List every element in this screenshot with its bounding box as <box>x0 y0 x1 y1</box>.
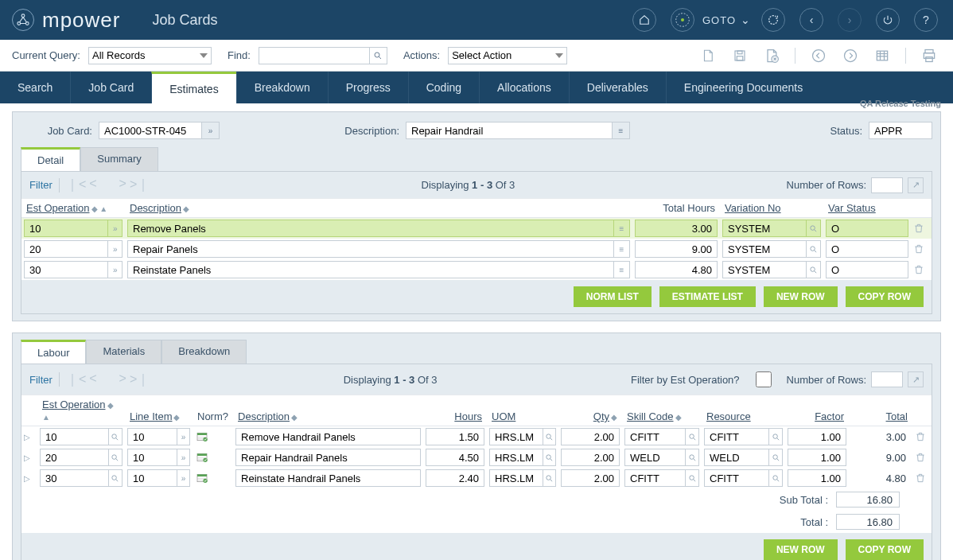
ops-varno-lookup-icon[interactable] <box>806 261 821 278</box>
tab-job-card[interactable]: Job Card <box>70 72 151 103</box>
labour-op-lookup-icon[interactable] <box>108 469 123 487</box>
labour-row-expand-icon[interactable]: ▷ <box>21 447 37 468</box>
ops-varno-lookup-icon[interactable] <box>806 220 821 237</box>
labour-factor-input[interactable] <box>788 449 846 466</box>
labour-row-delete-icon[interactable] <box>912 447 932 468</box>
ops-popout-icon[interactable]: ↗ <box>908 177 924 193</box>
record-next-icon[interactable] <box>840 45 861 66</box>
ops-op-lookup-icon[interactable]: » <box>107 220 123 237</box>
tab-estimates[interactable]: Estimates <box>151 72 235 103</box>
labour-row-expand-icon[interactable]: ▷ <box>21 468 37 488</box>
job-card-detail-icon[interactable]: » <box>202 122 220 139</box>
help-icon[interactable]: ? <box>914 8 938 32</box>
ops-desc-memo-icon[interactable]: ≡ <box>613 261 630 278</box>
labour-uom-lookup-icon[interactable] <box>543 449 556 466</box>
labour-hours-input[interactable] <box>426 469 484 487</box>
description-input[interactable] <box>406 122 613 139</box>
ops-op-input[interactable] <box>24 220 107 237</box>
ops-row-delete-icon[interactable] <box>911 259 932 280</box>
labour-qty-input[interactable] <box>561 469 620 487</box>
find-search-icon[interactable] <box>370 47 387 64</box>
new-row-button[interactable]: NEW ROW <box>764 286 838 307</box>
labour-line-lookup-icon[interactable]: » <box>177 469 190 487</box>
labour-line-lookup-icon[interactable]: » <box>177 449 190 466</box>
print-icon[interactable] <box>919 45 939 66</box>
labour-desc-input[interactable] <box>235 449 421 466</box>
labour-prev-icon[interactable]: < <box>89 371 96 388</box>
labour-row-delete-icon[interactable] <box>912 426 932 448</box>
labour-op-input[interactable] <box>40 469 108 487</box>
ops-filter-link[interactable]: Filter <box>29 179 53 191</box>
ops-varstatus-input[interactable] <box>826 220 908 237</box>
labour-filter-by-op-checkbox[interactable] <box>748 371 780 387</box>
ops-prev-icon[interactable]: < <box>89 177 96 193</box>
refresh-icon[interactable] <box>761 8 785 32</box>
nav-back-icon[interactable]: ‹ <box>799 8 823 32</box>
ops-tab-detail[interactable]: Detail <box>21 147 80 171</box>
labour-line-lookup-icon[interactable]: » <box>177 428 190 445</box>
ops-varstatus-input[interactable] <box>826 261 908 278</box>
ops-op-input[interactable] <box>24 261 107 278</box>
actions-select[interactable]: Select Action <box>448 47 567 64</box>
nav-forward-icon[interactable]: › <box>838 8 862 32</box>
tab-coding[interactable]: Coding <box>408 72 479 103</box>
ops-hours-input[interactable] <box>635 261 718 278</box>
ops-desc-input[interactable] <box>127 261 613 278</box>
labour-copy-row-button[interactable]: COPY ROW <box>846 539 924 560</box>
ops-hours-input[interactable] <box>635 240 718 258</box>
ops-desc-input[interactable] <box>127 220 613 237</box>
new-doc-icon[interactable] <box>698 45 718 66</box>
job-card-input[interactable] <box>99 122 202 139</box>
clear-doc-icon[interactable] <box>761 45 782 66</box>
labour-popout-icon[interactable]: ↗ <box>908 371 924 387</box>
labour-desc-input[interactable] <box>235 428 421 445</box>
save-icon[interactable] <box>729 45 750 66</box>
labour-tab-breakdown[interactable]: Breakdown <box>161 340 247 364</box>
tab-search[interactable]: Search <box>0 72 70 103</box>
labour-resource-input[interactable] <box>704 469 768 487</box>
tab-breakdown[interactable]: Breakdown <box>236 72 328 103</box>
labour-factor-input[interactable] <box>788 469 846 487</box>
labour-norm-icon[interactable] <box>195 471 209 485</box>
labour-tab-labour[interactable]: Labour <box>21 340 86 364</box>
labour-resource-lookup-icon[interactable] <box>768 449 783 466</box>
home-icon[interactable] <box>632 8 656 32</box>
ops-desc-memo-icon[interactable]: ≡ <box>613 220 630 237</box>
ops-desc-memo-icon[interactable]: ≡ <box>613 240 630 258</box>
labour-num-rows-input[interactable] <box>871 371 903 387</box>
labour-norm-icon[interactable] <box>195 430 209 444</box>
ops-varstatus-input[interactable] <box>826 240 908 258</box>
labour-norm-icon[interactable] <box>195 450 209 465</box>
labour-skill-input[interactable] <box>624 449 685 466</box>
labour-uom-input[interactable] <box>489 428 543 445</box>
labour-qty-input[interactable] <box>561 449 620 466</box>
ops-hours-input[interactable] <box>635 220 718 237</box>
labour-op-input[interactable] <box>40 449 108 466</box>
grid-icon[interactable] <box>872 45 893 66</box>
ops-varno-input[interactable] <box>722 220 806 237</box>
labour-row-delete-icon[interactable] <box>912 468 932 488</box>
estimate-list-button[interactable]: ESTIMATE LIST <box>659 286 756 307</box>
labour-qty-input[interactable] <box>561 428 620 445</box>
labour-op-lookup-icon[interactable] <box>108 449 123 466</box>
status-input[interactable] <box>869 122 932 139</box>
ops-row-delete-icon[interactable] <box>911 239 932 259</box>
labour-line-input[interactable] <box>127 449 177 466</box>
goto-chevron-down-icon[interactable]: ⌄ <box>741 14 750 26</box>
labour-row-expand-icon[interactable]: ▷ <box>21 426 37 448</box>
tab-deliverables[interactable]: Deliverables <box>569 72 666 103</box>
labour-resource-lookup-icon[interactable] <box>768 469 783 487</box>
labour-skill-input[interactable] <box>624 428 685 445</box>
labour-skill-lookup-icon[interactable] <box>685 449 699 466</box>
labour-hours-input[interactable] <box>426 449 484 466</box>
labour-op-input[interactable] <box>40 428 108 445</box>
labour-factor-input[interactable] <box>788 428 846 445</box>
ops-next-icon[interactable]: > <box>119 177 126 193</box>
labour-skill-input[interactable] <box>624 469 685 487</box>
ops-desc-input[interactable] <box>127 240 613 258</box>
ops-varno-lookup-icon[interactable] <box>806 240 821 258</box>
labour-next-icon[interactable]: > <box>119 371 126 388</box>
record-prev-icon[interactable] <box>808 45 829 66</box>
labour-first-icon[interactable]: ｜< <box>66 371 86 388</box>
labour-skill-lookup-icon[interactable] <box>685 469 699 487</box>
